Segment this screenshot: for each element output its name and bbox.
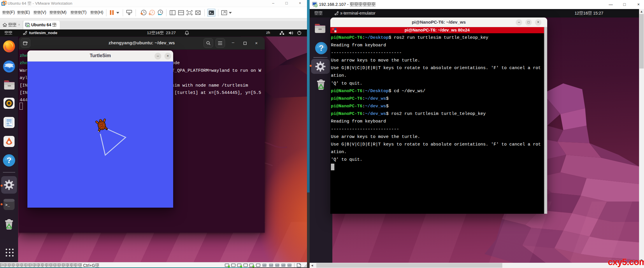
svg-text:>_: >_ xyxy=(5,203,10,207)
svg-text:?: ? xyxy=(7,156,12,165)
svg-text:?: ? xyxy=(319,44,324,52)
